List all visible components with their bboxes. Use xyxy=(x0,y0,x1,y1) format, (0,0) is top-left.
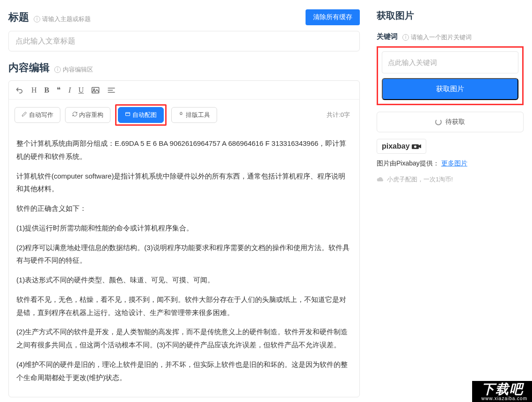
keyword-hint: i 请输入一个图片关键词 xyxy=(402,33,472,42)
camera-icon xyxy=(412,143,421,150)
paragraph: 整个计算机系统由两部分组成：E.69DA 5 E 6 BA 9062616964… xyxy=(16,137,352,163)
spinner-icon xyxy=(435,119,442,125)
paragraph: (4)维护不同的硬件是旧的，理论上软件是旧的，并不坏，但实际上软件也是旧的和坏的… xyxy=(16,358,352,384)
clear-cache-button[interactable]: 清除所有缓存 xyxy=(306,9,360,25)
paragraph: 计算机软件(computer software)是指计算机系统中除硬件以外的所有… xyxy=(16,170,352,196)
editor-section-label: 内容编辑 xyxy=(8,61,50,75)
highlight-auto-image: 自动配图 xyxy=(115,104,167,126)
bold-icon[interactable]: B xyxy=(44,86,50,94)
image-icon[interactable] xyxy=(91,86,100,94)
editor-hint: i 内容编辑区 xyxy=(54,65,93,74)
action-toolbar: 自动写作 内容重构 自动配图 排版工具 共计:0字 xyxy=(9,100,359,130)
editor-panel: H B ❝ I U 自动写作 内容重构 xyxy=(8,80,360,397)
highlight-keyword-box: 获取图片 xyxy=(377,46,524,105)
paragraph: 软件的正确含义如下： xyxy=(16,202,352,215)
word-count: 共计:0字 xyxy=(327,111,350,119)
svg-rect-5 xyxy=(126,113,130,116)
pixabay-badge: pixabay xyxy=(377,139,426,154)
editor-content[interactable]: 整个计算机系统由两部分组成：E.69DA 5 E 6 BA 9062616964… xyxy=(9,130,359,397)
svg-point-1 xyxy=(94,89,95,90)
sidebar-panel: 获取图片 关键词 i 请输入一个图片关键词 获取图片 待获取 pixabay 图… xyxy=(368,0,532,402)
more-images-link[interactable]: 更多图片 xyxy=(441,159,467,167)
paragraph: 软件看不见，无色，枯燥，看不见，摸不到，闻不到。软件大部分存在于人们的头脑或纸上… xyxy=(16,293,352,319)
title-hint: i 请输入主题或标题 xyxy=(34,15,91,23)
align-icon[interactable] xyxy=(107,87,116,93)
paragraph: (2)程序可以满意地处理信息的数据结构。(3)说明程序功能要求和程序需要的文档的… xyxy=(16,241,352,267)
info-icon: i xyxy=(54,66,61,73)
auto-image-button[interactable]: 自动配图 xyxy=(118,107,164,123)
svg-point-7 xyxy=(414,145,416,148)
title-header: 标题 i 请输入主题或标题 清除所有缓存 xyxy=(8,9,360,25)
auto-write-button[interactable]: 自动写作 xyxy=(15,107,60,123)
fetch-status-button[interactable]: 待获取 xyxy=(377,112,524,132)
info-icon: i xyxy=(34,16,40,22)
main-panel: 标题 i 请输入主题或标题 清除所有缓存 内容编辑 i 内容编辑区 xyxy=(0,0,368,402)
keyword-label: 关键词 xyxy=(377,32,398,41)
cloud-icon xyxy=(377,177,384,182)
cost-note: 小虎子配图，一次1淘币! xyxy=(377,175,524,184)
get-image-button[interactable]: 获取图片 xyxy=(382,78,518,100)
italic-icon[interactable]: I xyxy=(68,86,71,94)
quote-icon[interactable]: ❝ xyxy=(57,86,61,94)
paragraph: (2)生产方式不同的软件是开发，是人类智能的高发挥，而不是传统意义上的硬件制造。… xyxy=(16,325,352,352)
provider-line: 图片由Pixabay提供： 更多图片 xyxy=(377,159,524,168)
get-image-title: 获取图片 xyxy=(377,9,524,22)
restructure-button[interactable]: 内容重构 xyxy=(65,107,111,123)
heading-icon[interactable]: H xyxy=(31,86,37,94)
watermark: 下载吧 www.xiazaiba.com xyxy=(472,381,532,402)
layout-tool-button[interactable]: 排版工具 xyxy=(171,107,217,123)
editor-header: 内容编辑 i 内容编辑区 xyxy=(8,61,360,75)
article-title-input[interactable] xyxy=(8,31,360,51)
paragraph: (1)表达形式不同的硬件类型、颜色、味道、可见、可摸、可闻。 xyxy=(16,273,352,287)
underline-icon[interactable]: U xyxy=(79,86,84,94)
svg-rect-0 xyxy=(92,87,99,93)
undo-icon[interactable] xyxy=(15,86,24,94)
paragraph: (1)提供运行时所需功能和性能的命令或计算机程序集合。 xyxy=(16,222,352,235)
title-section-label: 标题 xyxy=(8,10,29,24)
info-icon: i xyxy=(402,34,409,41)
keyword-input[interactable] xyxy=(382,51,518,73)
format-toolbar: H B ❝ I U xyxy=(9,81,359,100)
